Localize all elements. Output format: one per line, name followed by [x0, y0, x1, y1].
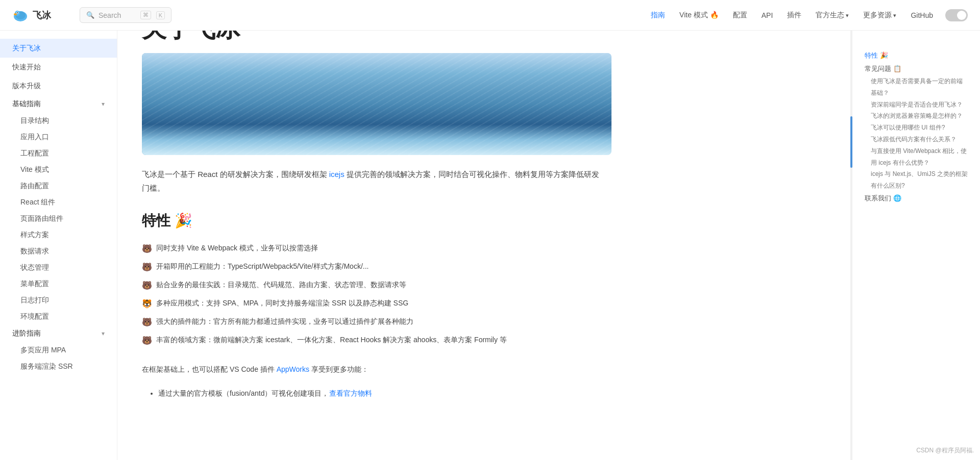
sidebar-item-logging[interactable]: 日志打印 [0, 292, 117, 309]
feature-text-3: 贴合业务的最佳实践：目录规范、代码规范、路由方案、状态管理、数据请求等 [156, 277, 406, 292]
sidebar-item-about[interactable]: 关于飞冰 [0, 39, 117, 58]
feature-item-4: 🐯 多种应用模式：支持 SPA、MPA，同时支持服务端渲染 SSR 以及静态构建… [142, 296, 823, 312]
nav-api[interactable]: API [755, 8, 779, 22]
description-text: 飞冰是一个基于 React 的研发解决方案，围绕研发框架 icejs 提供完善的… [142, 167, 601, 195]
right-toc: 特性 🎉 常见问题 📋 使用飞冰是否需要具备一定的前端基础？ 资深前端同学是否适… [852, 41, 980, 213]
official-material-link[interactable]: 查看官方物料 [329, 389, 372, 397]
sidebar-item-dir-structure[interactable]: 目录结构 [0, 113, 117, 129]
svg-point-4 [17, 12, 18, 13]
sidebar-item-upgrade[interactable]: 版本升级 [0, 76, 117, 95]
sidebar-group-basics-arrow: ▾ [102, 100, 105, 108]
appworks-link[interactable]: AppWorks [277, 365, 309, 373]
feature-bullet-5: 🐻 [142, 314, 152, 330]
feature-text-4: 多种应用模式：支持 SPA、MPA，同时支持服务端渲染 SSR 以及静态构建 S… [156, 296, 408, 310]
feature-item-3: 🐻 贴合业务的最佳实践：目录规范、代码规范、路由方案、状态管理、数据请求等 [142, 277, 823, 294]
toc-item-features[interactable]: 特性 🎉 [865, 49, 968, 62]
logo-icon [12, 7, 29, 23]
sidebar-item-data-request[interactable]: 数据请求 [0, 243, 117, 260]
sidebar-group-advanced[interactable]: 进阶指南 ▾ [0, 325, 117, 342]
sidebar-group-basics[interactable]: 基础指南 ▾ [0, 95, 117, 113]
sidebar-group-basics-label: 基础指南 [12, 99, 41, 109]
sidebar-item-routing[interactable]: 路由配置 [0, 178, 117, 194]
features-title-text: 特性 🎉 [142, 211, 192, 231]
kbd-k: K [156, 11, 165, 19]
theme-toggle[interactable] [945, 9, 968, 21]
sidebar-item-quickstart[interactable]: 快速开始 [0, 58, 117, 76]
sidebar-item-ssr[interactable]: 服务端渲染 SSR [0, 359, 117, 375]
sub-features-list: 通过大量的官方模板（fusion/antd）可视化创建项目，查看官方物料 [142, 386, 823, 400]
feature-bullet-3: 🐻 [142, 277, 152, 294]
nav-ecosystem[interactable]: 官方生态 [810, 8, 855, 23]
icejs-link[interactable]: icejs [329, 170, 345, 178]
feature-item-2: 🐻 开箱即用的工程能力：TypeScript/Webpack5/Vite/样式方… [142, 259, 823, 275]
toc-sub-item-frontend-basics[interactable]: 使用飞冰是否需要具备一定的前端基础？ [865, 75, 968, 99]
sidebar-item-env-config[interactable]: 环境配置 [0, 309, 117, 325]
feature-text-1: 同时支持 Vite & Webpack 模式，业务可以按需选择 [156, 241, 318, 255]
feature-bullet-6: 🐻 [142, 333, 152, 349]
sub-feature-item-1: 通过大量的官方模板（fusion/antd）可视化创建项目，查看官方物料 [158, 386, 823, 400]
search-bar[interactable]: 🔍 Search ⌘ K [80, 7, 172, 23]
sidebar-item-page-routing[interactable]: 页面路由组件 [0, 211, 117, 227]
nav-config[interactable]: 配置 [727, 8, 753, 23]
features-list: 🐻 同时支持 Vite & Webpack 模式，业务可以按需选择 🐻 开箱即用… [142, 241, 823, 349]
feature-item-1: 🐻 同时支持 Vite & Webpack 模式，业务可以按需选择 [142, 241, 823, 257]
sidebar-item-react-components[interactable]: React 组件 [0, 194, 117, 211]
sidebar-item-project-config[interactable]: 工程配置 [0, 145, 117, 162]
sidebar-item-vite-mode[interactable]: Vite 模式 [0, 162, 117, 178]
logo[interactable]: 飞冰 [12, 7, 63, 23]
feature-bullet-2: 🐻 [142, 259, 152, 275]
feature-bullet-4: 🐯 [142, 296, 152, 312]
feature-item-6: 🐻 丰富的领域方案：微前端解决方案 icestark、一体化方案、React H… [142, 333, 823, 349]
search-label: Search [99, 11, 135, 19]
header: 飞冰 🔍 Search ⌘ K 指南 Vite 模式 🔥 配置 API 插件 官… [0, 0, 980, 31]
kbd-cmd: ⌘ [140, 11, 151, 19]
feature-text-2: 开箱即用的工程能力：TypeScript/Webpack5/Vite/样式方案/… [156, 259, 369, 273]
toc-sub-item-browser-compat[interactable]: 飞冰的浏览器兼容策略是怎样的？ [865, 110, 968, 122]
toc-sub-item-ui-components[interactable]: 飞冰可以使用哪些 UI 组件? [865, 122, 968, 134]
main-nav: 指南 Vite 模式 🔥 配置 API 插件 官方生态 更多资源 GitHub [645, 8, 968, 23]
logo-text: 飞冰 [33, 9, 51, 21]
search-icon: 🔍 [86, 11, 94, 19]
sidebar-item-state-mgmt[interactable]: 状态管理 [0, 260, 117, 276]
sidebar-item-style[interactable]: 样式方案 [0, 227, 117, 243]
nav-more[interactable]: 更多资源 [857, 8, 902, 23]
toc-sub-item-senior-frontend[interactable]: 资深前端同学是否适合使用飞冰？ [865, 99, 968, 111]
nav-vite[interactable]: Vite 模式 🔥 [673, 8, 725, 23]
feature-text-6: 丰富的领域方案：微前端解决方案 icestark、一体化方案、React Hoo… [156, 333, 507, 347]
svg-point-5 [14, 13, 17, 15]
toc-sub-item-lowcode[interactable]: 飞冰跟低代码方案有什么关系？ [865, 134, 968, 145]
sidebar-item-mpa[interactable]: 多页应用 MPA [0, 342, 117, 359]
nav-plugins[interactable]: 插件 [781, 8, 807, 23]
feature-text-5: 强大的插件能力：官方所有能力都通过插件实现，业务可以通过插件扩展各种能力 [156, 314, 413, 328]
feature-bullet-1: 🐻 [142, 241, 152, 257]
main-content: 关于飞冰 飞冰是一个基于 React 的研发解决方案，围绕研发框架 icejs … [117, 0, 847, 431]
sidebar-group-advanced-label: 进阶指南 [12, 329, 41, 338]
sidebar-item-app-entry[interactable]: 应用入口 [0, 129, 117, 145]
feature-item-5: 🐻 强大的插件能力：官方所有能力都通过插件实现，业务可以通过插件扩展各种能力 [142, 314, 823, 330]
appworks-text: 在框架基础上，也可以搭配 VS Code 插件 AppWorks 享受到更多功能… [142, 363, 823, 376]
toc-item-faq[interactable]: 常见问题 📋 [865, 62, 968, 75]
nav-guide[interactable]: 指南 [645, 8, 671, 23]
toc-item-contact[interactable]: 联系我们 🌐 [865, 192, 968, 205]
hero-image [142, 53, 611, 155]
sidebar-item-menu-config[interactable]: 菜单配置 [0, 276, 117, 292]
toc-sub-item-vite-webpack-compare[interactable]: 与直接使用 Vite/Webpack 相比，使用 icejs 有什么优势？ [865, 145, 968, 169]
features-title: 特性 🎉 [142, 211, 823, 231]
sidebar: 关于飞冰 快速开始 版本升级 基础指南 ▾ 目录结构 应用入口 工程配置 Vit… [0, 31, 117, 431]
sidebar-group-advanced-arrow: ▾ [102, 330, 105, 337]
nav-github[interactable]: GitHub [904, 8, 939, 22]
toc-sub-item-framework-compare[interactable]: icejs 与 Next.js、UmiJS 之类的框架有什么区别? [865, 168, 968, 192]
